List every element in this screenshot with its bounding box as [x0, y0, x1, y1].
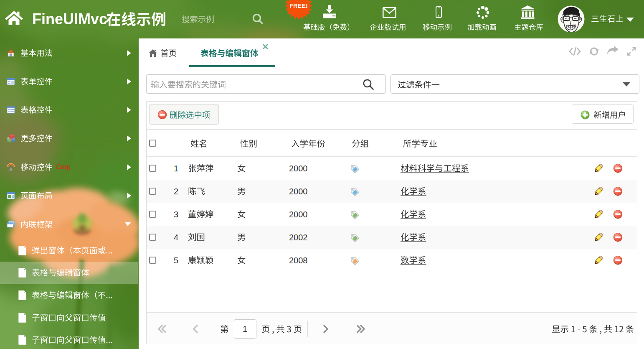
svg-text:FREE!: FREE! — [289, 3, 308, 9]
